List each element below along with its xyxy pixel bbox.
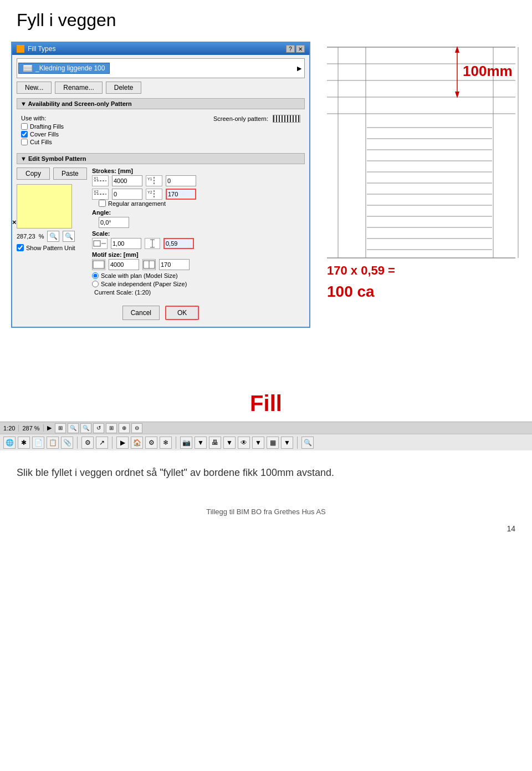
toolbar-camera-icon[interactable]: 📷 — [180, 437, 192, 449]
toolbar-grid-icon[interactable]: ▦ — [267, 437, 279, 449]
pattern-preview — [273, 115, 300, 123]
toolbar-gear-icon[interactable]: ⚙ — [145, 437, 157, 449]
zoom-percent-value: 287,23 — [17, 233, 35, 240]
paste-button[interactable]: Paste — [53, 168, 87, 180]
page-number: 14 — [507, 524, 515, 533]
x1-icon: X1 — [92, 175, 109, 186]
scale-with-plan-label: Scale with plan (Model Size) — [101, 272, 178, 279]
scale-input1[interactable]: 1,00 — [111, 238, 141, 249]
toolbar-dropdown4[interactable]: ▼ — [281, 437, 293, 449]
toolbar-icon-3[interactable]: 🔍 — [80, 423, 91, 433]
fill-type-item[interactable]: _Kledning liggende 100 — [18, 63, 110, 74]
help-button[interactable]: ? — [286, 45, 295, 53]
x-marker: × — [12, 218, 17, 226]
svg-text:Y1: Y1 — [147, 177, 152, 181]
zoom-out-button[interactable]: 🔍 — [47, 231, 59, 242]
toolbar-print-icon[interactable]: 🖶 — [209, 437, 221, 449]
ok-button[interactable]: OK — [165, 306, 199, 320]
drafting-fills-checkbox[interactable] — [21, 123, 28, 130]
toolbar-dropdown3[interactable]: ▼ — [252, 437, 264, 449]
regular-arrangement-row: Regular arrangement — [92, 200, 305, 207]
expand-arrow[interactable]: ▶ — [297, 65, 301, 72]
edit-symbol-label: ▼ Edit Symbol Pattern — [21, 155, 86, 162]
toolbar-snow-icon[interactable]: ❄ — [160, 437, 172, 449]
toolbar-copy-icon[interactable]: 📋 — [47, 437, 59, 449]
cancel-button[interactable]: Cancel — [122, 306, 160, 320]
toolbar-icon-4[interactable]: ↺ — [93, 423, 104, 433]
y1-input[interactable]: 0 — [166, 175, 196, 186]
scale-with-plan-radio[interactable] — [92, 272, 99, 279]
angle-input[interactable]: 0,0° — [99, 217, 129, 228]
toolbar-view-icon[interactable]: 👁 — [238, 437, 250, 449]
toolbar-icon-1[interactable]: ⊞ — [55, 423, 66, 433]
fill-type-list[interactable]: _Kledning liggende 100 — [17, 58, 305, 78]
screen-only-label: Screen-only pattern: — [213, 115, 268, 122]
toolbar-dropdown2[interactable]: ▼ — [223, 437, 236, 449]
toolbar-prop-icon[interactable]: ⚙ — [81, 437, 94, 449]
zoom-in-button[interactable]: 🔍 — [63, 231, 75, 242]
motif-w-input[interactable]: 4000 — [109, 259, 139, 270]
toolbar-icon-2[interactable]: 🔍 — [68, 423, 79, 433]
toolbar-star-icon[interactable]: ✱ — [18, 437, 30, 449]
x2-icon: X2 — [92, 189, 109, 200]
angle-label: Angle: — [92, 209, 305, 216]
toolbar-globe-icon[interactable]: 🌐 — [3, 437, 16, 449]
availability-label: ▼ Availability and Screen-only Pattern — [21, 100, 132, 107]
scale-independent-row: Scale independent (Paper Size) — [92, 281, 305, 287]
show-pattern-checkbox[interactable] — [17, 244, 24, 251]
x1-input[interactable]: 4000 — [112, 175, 142, 186]
motif-h-input[interactable]: 170 — [159, 259, 190, 270]
x2-y2-row: X2 0 Y2 170 — [92, 189, 305, 200]
svg-text:X2: X2 — [94, 190, 99, 194]
close-button[interactable]: ✕ — [296, 45, 305, 53]
edit-content: Copy Paste × 287,23 % 🔍 🔍 — [17, 168, 305, 298]
status-bar: 1:20 287 % ▶ ⊞ 🔍 🔍 ↺ ⊞ ⊕ ⊖ — [0, 422, 532, 434]
toolbar-divider-4 — [297, 437, 298, 449]
toolbar-play-icon[interactable]: ▶ — [116, 437, 129, 449]
toolbar-arrow-icon[interactable]: ↗ — [96, 437, 108, 449]
cad-drawing: 100mm 170 x 0,59 = 100 ca — [321, 42, 521, 308]
bottom-description: Slik ble fyllet i veggen ordnet så "fyll… — [0, 450, 532, 484]
regular-arrangement-label: Regular arrangement — [108, 200, 166, 207]
toolbar-icon-6[interactable]: ⊕ — [119, 423, 130, 433]
cut-fills-checkbox[interactable] — [21, 139, 28, 145]
cover-fills-checkbox[interactable] — [21, 131, 28, 138]
toolbar-icon-7[interactable]: ⊖ — [131, 423, 142, 433]
current-scale-label: Current Scale: (1:20) — [92, 289, 305, 296]
motif-icon — [92, 259, 105, 270]
availability-section-header[interactable]: ▼ Availability and Screen-only Pattern — [17, 98, 305, 109]
toolbar-home-icon[interactable]: 🏠 — [131, 437, 143, 449]
zoom-unit: % — [39, 233, 44, 240]
new-button[interactable]: New... — [17, 82, 52, 94]
svg-text:170 x 0,59 =: 170 x 0,59 = — [327, 263, 395, 277]
scale-independent-radio[interactable] — [92, 281, 99, 287]
annotation-area: 100mm 170 x 0,59 = 100 ca — [316, 42, 521, 374]
toolbar-icon-5[interactable]: ⊞ — [106, 423, 117, 433]
x1-y1-row: X1 4000 Y1 0 — [92, 175, 305, 186]
motif-size-label: Motif size: [mm] — [92, 251, 305, 258]
show-pattern-row: Show Pattern Unit — [17, 244, 89, 251]
regular-arrangement-checkbox[interactable] — [99, 200, 106, 207]
screen-only-row: Screen-only pattern: — [213, 115, 300, 123]
scale-input2[interactable]: 0,59 — [163, 238, 194, 249]
toolbar-dropdown1[interactable]: ▼ — [195, 437, 207, 449]
page-title: Fyll i veggen — [0, 0, 532, 36]
drafting-fills-label: Drafting Fills — [30, 123, 64, 130]
motif-row: 4000 170 — [92, 259, 305, 270]
availability-content: Use with: Drafting Fills Cover Fills — [17, 113, 305, 149]
strokes-label: Strokes: [mm] — [92, 168, 305, 174]
x2-input[interactable]: 0 — [112, 189, 142, 200]
main-buttons-row: New... Rename... Delete — [17, 82, 305, 94]
rename-button[interactable]: Rename... — [55, 82, 102, 94]
y2-input[interactable]: 170 — [166, 189, 196, 200]
delete-button[interactable]: Delete — [106, 82, 142, 94]
toolbar-divider-2 — [112, 437, 112, 449]
toolbar-doc-icon[interactable]: 📄 — [32, 437, 44, 449]
copy-button[interactable]: Copy — [17, 168, 50, 180]
toolbar-paste-icon[interactable]: 📎 — [61, 437, 73, 449]
scale-with-plan-row: Scale with plan (Model Size) — [92, 272, 305, 279]
edit-symbol-header[interactable]: ▼ Edit Symbol Pattern — [17, 153, 305, 164]
main-toolbar: 🌐 ✱ 📄 📋 📎 ⚙ ↗ ▶ 🏠 ⚙ ❄ 📷 ▼ 🖶 ▼ 👁 ▼ ▦ ▼ 🔍 — [0, 434, 532, 450]
zoom-controls: 287,23 % 🔍 🔍 — [17, 231, 89, 242]
toolbar-search-icon[interactable]: 🔍 — [301, 437, 314, 449]
